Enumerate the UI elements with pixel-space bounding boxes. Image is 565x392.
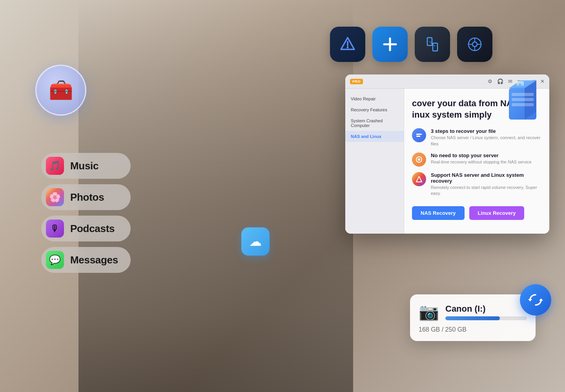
sidebar-item-recovery-features[interactable]: Recovery Features (345, 104, 404, 115)
feature-icon-steps (412, 128, 426, 142)
top-app-icons (330, 27, 492, 62)
feature-desc-steps: Choose NAS server / Linux system, connec… (431, 135, 541, 147)
svg-rect-14 (416, 134, 422, 135)
canon-info: Canon (I:) (445, 304, 527, 320)
svg-rect-6 (433, 43, 437, 51)
menu-item-messages[interactable]: 💬 Messages (41, 247, 131, 273)
svg-rect-15 (416, 136, 420, 137)
svg-marker-18 (416, 176, 422, 182)
menu-item-podcasts[interactable]: 🎙 Podcasts (41, 216, 131, 241)
sidebar-item-video-repair[interactable]: Video Repair (345, 93, 404, 104)
sidebar-item-system-crashed[interactable]: System Crashed Computer (345, 115, 404, 131)
svg-marker-28 (528, 299, 532, 301)
canon-storage-text: 168 GB / 250 GB (419, 326, 527, 333)
feature-list: 3 steps to recover your file Choose NAS … (412, 128, 541, 197)
feature-desc-no-stop: Real-time recovery without stopping the … (431, 159, 541, 165)
briefcase-icon: 🧰 (49, 79, 73, 102)
feature-title-no-stop: No need to stop your server (431, 152, 541, 158)
nas-illustration (499, 76, 550, 123)
feature-text-steps: 3 steps to recover your file Choose NAS … (431, 128, 541, 147)
app-circle-icon: 🧰 (35, 65, 86, 116)
app-icon-phonetrans[interactable] (415, 27, 450, 62)
window-heading-line2: inux system simply (412, 110, 492, 120)
music-icon: 🎵 (46, 157, 64, 175)
nas-recovery-button[interactable]: NAS Recovery (412, 206, 465, 220)
menu-item-music[interactable]: 🎵 Music (41, 153, 131, 179)
svg-rect-24 (512, 103, 534, 106)
menu-label-podcasts: Podcasts (70, 223, 115, 235)
sidebar-item-nas-linux[interactable]: NAS and Linux (345, 131, 404, 142)
messages-icon: 💬 (46, 251, 64, 269)
feature-item-support: Support NAS server and Linux system reco… (412, 172, 541, 197)
svg-point-27 (518, 82, 519, 83)
svg-marker-29 (539, 298, 543, 301)
menu-label-photos: Photos (70, 191, 104, 203)
canon-camera-icon: 📷 (419, 302, 439, 321)
feature-item-steps: 3 steps to recover your file Choose NAS … (412, 128, 541, 147)
window-left-sidebar: Video Repair Recovery Features System Cr… (345, 89, 404, 234)
svg-rect-22 (512, 93, 534, 96)
feature-text-support: Support NAS server and Linux system reco… (431, 172, 541, 197)
menu-label-music: Music (70, 160, 98, 172)
app-icon-recoverit[interactable] (330, 27, 365, 62)
svg-point-9 (472, 42, 477, 47)
svg-point-1 (347, 47, 349, 49)
canon-progress-fill (445, 316, 500, 320)
app-icon-recoverit-video[interactable] (457, 27, 492, 62)
menu-label-messages: Messages (70, 254, 118, 266)
canon-card-header: 📷 Canon (I:) (419, 302, 527, 321)
canon-card: 📷 Canon (I:) 168 GB / 250 GB (410, 294, 536, 341)
feature-text-no-stop: No need to stop your server Real-time re… (431, 152, 541, 165)
cloud-icon-float: ☁ (241, 227, 270, 256)
canon-progress-bar (445, 316, 527, 320)
svg-rect-23 (512, 98, 534, 101)
podcasts-icon: 🎙 (46, 220, 64, 238)
feature-desc-support: Remotely connect to start rapid volume r… (431, 185, 541, 197)
linux-recovery-button[interactable]: Linux Recovery (469, 206, 525, 220)
pro-badge: PRO (350, 79, 363, 84)
feature-icon-no-stop (412, 152, 426, 167)
feature-title-support: Support NAS server and Linux system reco… (431, 172, 541, 184)
action-buttons: NAS Recovery Linux Recovery (412, 206, 541, 220)
app-icon-drfone-plus[interactable] (372, 27, 408, 62)
titlebar-settings-icon[interactable]: ⚙ (488, 78, 492, 84)
photos-icon: 🌸 (46, 188, 64, 206)
feature-icon-support (412, 172, 426, 186)
cloud-icon: ☁ (249, 234, 262, 249)
sync-icon-float (520, 284, 551, 316)
feature-item-no-stop: No need to stop your server Real-time re… (412, 152, 541, 167)
svg-point-17 (418, 158, 420, 161)
sidebar-menu: 🎵 Music 🌸 Photos 🎙 Podcasts 💬 Messages (41, 153, 131, 273)
canon-name: Canon (I:) (445, 304, 527, 314)
menu-item-photos[interactable]: 🌸 Photos (41, 184, 131, 210)
feature-title-steps: 3 steps to recover your file (431, 128, 541, 134)
